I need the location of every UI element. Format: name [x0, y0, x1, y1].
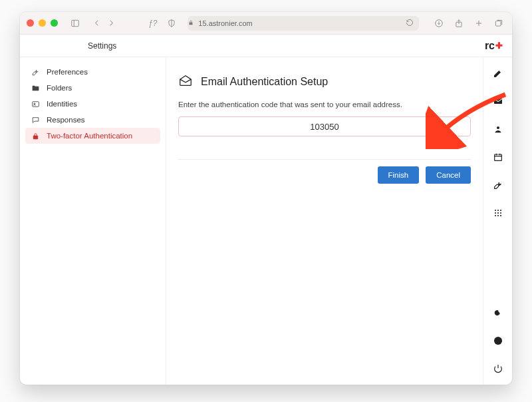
calendar-icon[interactable] [491, 150, 505, 164]
main-content: Email Authentication Setup Enter the aut… [166, 57, 483, 385]
sidebar-item-two-factor[interactable]: Two-factor Authentication [25, 128, 160, 144]
svg-rect-10 [495, 21, 501, 26]
minimize-window-icon[interactable] [39, 19, 46, 27]
reload-icon[interactable] [406, 19, 414, 28]
browser-toolbar: ƒ? 15.astronier.com [20, 12, 512, 35]
nav-forward-icon[interactable] [104, 17, 118, 30]
svg-point-15 [497, 126, 499, 129]
sidebar-item-label: Two-factor Authentication [47, 132, 132, 140]
window-controls[interactable] [27, 19, 58, 27]
sidebar-item-label: Responses [47, 116, 85, 124]
toolbar-right [432, 17, 505, 30]
privacy-shield-icon[interactable] [165, 17, 178, 30]
info-icon[interactable] [491, 334, 505, 347]
mail-icon[interactable] [491, 95, 505, 108]
svg-point-12 [33, 102, 35, 104]
svg-point-20 [494, 210, 495, 211]
downloads-icon[interactable] [432, 17, 446, 30]
nav-arrows [90, 17, 118, 30]
favorites-icon[interactable]: ƒ? [148, 19, 157, 28]
sidebar-item-folders[interactable]: Folders [25, 80, 160, 96]
envelope-open-icon [178, 73, 193, 90]
share-icon[interactable] [452, 17, 466, 30]
app: Settings rc✚ Preferences Folders Ident [20, 35, 512, 385]
sidebar-item-identities[interactable]: Identities [25, 96, 160, 112]
id-card-icon [31, 100, 40, 108]
address-bar[interactable]: 15.astronier.com [188, 16, 419, 31]
svg-rect-11 [32, 101, 39, 106]
contacts-icon[interactable] [491, 122, 505, 136]
new-tab-icon[interactable] [472, 17, 485, 30]
svg-point-21 [497, 210, 498, 211]
apps-grid-icon[interactable] [491, 206, 505, 220]
sidebar-item-label: Preferences [47, 68, 88, 76]
folder-icon [31, 84, 40, 93]
svg-point-22 [499, 210, 501, 211]
svg-rect-0 [72, 20, 79, 26]
sidebar-item-responses[interactable]: Responses [25, 112, 160, 128]
app-section-title: Settings [88, 41, 116, 51]
svg-rect-3 [190, 22, 193, 25]
app-logo: rc✚ [485, 40, 503, 52]
compose-icon[interactable] [491, 67, 505, 80]
maximize-window-icon[interactable] [51, 19, 58, 27]
svg-point-24 [497, 212, 498, 214]
svg-point-25 [499, 212, 501, 214]
page-description: Enter the authentication code that was s… [178, 100, 471, 108]
sidebar-item-label: Folders [47, 84, 72, 92]
divider [178, 159, 471, 160]
svg-point-27 [497, 215, 498, 216]
nav-back-icon[interactable] [90, 17, 103, 30]
page-title: Email Authentication Setup [201, 76, 328, 88]
lock-icon [188, 19, 194, 27]
browser-window: ƒ? 15.astronier.com [20, 12, 512, 385]
lock-icon [31, 132, 40, 140]
address-url: 15.astronier.com [198, 19, 252, 27]
sidebar-toggle-icon[interactable] [68, 17, 82, 30]
svg-point-26 [494, 215, 495, 216]
svg-rect-14 [494, 99, 502, 104]
svg-rect-16 [494, 154, 501, 160]
svg-point-29 [494, 337, 502, 345]
settings-sidebar: Preferences Folders Identities Responses… [20, 57, 166, 385]
dark-mode-icon[interactable] [491, 306, 505, 319]
power-icon[interactable] [491, 362, 505, 375]
cancel-button[interactable]: Cancel [426, 166, 471, 184]
svg-point-23 [494, 212, 495, 214]
svg-point-28 [499, 215, 501, 216]
chat-icon [31, 116, 40, 124]
sidebar-item-preferences[interactable]: Preferences [25, 64, 160, 80]
app-topbar: Settings rc✚ [20, 35, 512, 57]
svg-rect-13 [33, 135, 38, 138]
finish-button[interactable]: Finish [378, 166, 420, 184]
auth-code-input[interactable] [178, 116, 471, 136]
wrench-icon [31, 68, 40, 77]
right-rail [483, 57, 512, 385]
sidebar-item-label: Identities [47, 100, 77, 108]
settings-icon[interactable] [491, 178, 505, 192]
close-window-icon[interactable] [27, 19, 34, 27]
tabs-overview-icon[interactable] [492, 17, 505, 30]
plus-icon: ✚ [495, 41, 503, 51]
